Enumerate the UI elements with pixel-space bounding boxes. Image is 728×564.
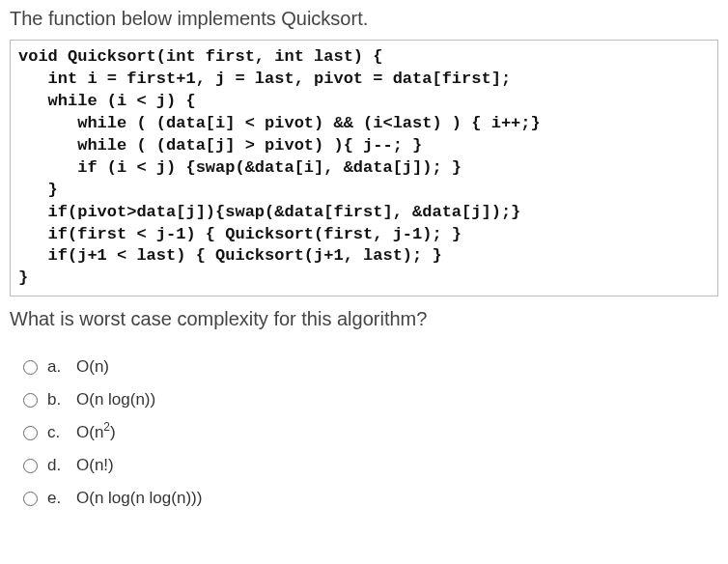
- option-c[interactable]: c. O(n2): [23, 423, 718, 442]
- code-block: void Quicksort(int first, int last) { in…: [10, 40, 718, 296]
- radio-icon[interactable]: [23, 426, 38, 440]
- options-group: a. O(n) b. O(n log(n)) c. O(n2) d. O(n!)…: [10, 357, 718, 508]
- option-a[interactable]: a. O(n): [23, 357, 718, 377]
- quiz-container: The function below implements Quicksort.…: [0, 0, 728, 516]
- radio-icon[interactable]: [23, 393, 38, 408]
- radio-icon[interactable]: [23, 360, 38, 375]
- option-letter: b.: [47, 390, 67, 409]
- radio-icon[interactable]: [23, 492, 38, 506]
- option-letter: a.: [47, 357, 67, 377]
- option-letter: c.: [47, 423, 67, 442]
- question-text: What is worst case complexity for this a…: [10, 308, 718, 330]
- option-text: O(n2): [76, 423, 116, 442]
- option-text: O(n!): [76, 456, 114, 475]
- option-text: O(n): [76, 357, 109, 377]
- intro-text: The function below implements Quicksort.: [10, 8, 718, 30]
- option-e[interactable]: e. O(n log(n log(n))): [23, 489, 718, 508]
- option-d[interactable]: d. O(n!): [23, 456, 718, 475]
- radio-icon[interactable]: [23, 459, 38, 473]
- option-text: O(n log(n)): [76, 390, 155, 409]
- option-letter: d.: [47, 456, 67, 475]
- option-letter: e.: [47, 489, 67, 508]
- option-b[interactable]: b. O(n log(n)): [23, 390, 718, 409]
- option-text: O(n log(n log(n))): [76, 489, 202, 508]
